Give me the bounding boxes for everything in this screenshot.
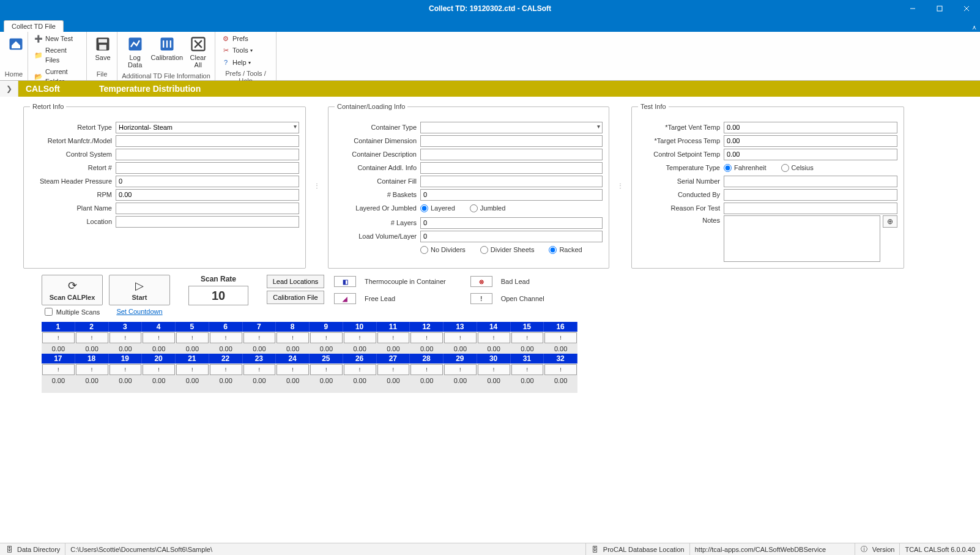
channel-button[interactable]: ! xyxy=(444,364,477,375)
channel-button[interactable]: ! xyxy=(310,364,343,375)
ribbon-group-home-label: Home xyxy=(2,69,25,79)
prefs-button[interactable]: ⚙Prefs xyxy=(218,33,256,45)
channel-button[interactable]: ! xyxy=(511,332,544,343)
channel-button[interactable]: ! xyxy=(42,364,75,375)
channel-button[interactable]: ! xyxy=(42,332,75,343)
target-process-temp-input[interactable] xyxy=(724,135,897,147)
container-fill-input[interactable] xyxy=(420,176,603,187)
channel-header: 3 xyxy=(109,322,143,332)
channel-button[interactable]: ! xyxy=(143,364,175,375)
channel-button[interactable]: ! xyxy=(478,332,510,343)
home-button[interactable] xyxy=(2,33,29,56)
maximize-button[interactable] xyxy=(926,0,953,17)
container-type-select[interactable] xyxy=(420,122,603,133)
scan-calplex-button[interactable]: ⟳ Scan CALPlex xyxy=(42,275,103,305)
save-button[interactable]: Save xyxy=(89,33,116,64)
channel-button[interactable]: ! xyxy=(478,364,510,375)
channel-button[interactable]: ! xyxy=(377,364,410,375)
channel-button[interactable]: ! xyxy=(544,364,577,375)
tools-button[interactable]: ✂Tools ▾ xyxy=(218,45,256,56)
channel-button[interactable]: ! xyxy=(176,332,209,343)
thermocouple-swatch: ◧ xyxy=(334,276,356,287)
fahrenheit-radio[interactable]: Fahrenheit xyxy=(724,164,770,172)
channel-button[interactable]: ! xyxy=(544,332,577,343)
start-button[interactable]: ▷ Start xyxy=(109,275,170,305)
channel-button[interactable]: ! xyxy=(243,332,276,343)
channel-button[interactable]: ! xyxy=(410,332,443,343)
ribbon: Home ➕New Test 📁Recent Files 📂Current Fo… xyxy=(0,32,980,81)
target-vent-temp-input[interactable] xyxy=(724,122,897,133)
scan-rate-value[interactable]: 10 xyxy=(188,286,248,305)
channel-header: 19 xyxy=(109,354,143,363)
channel-button[interactable]: ! xyxy=(210,332,242,343)
channel-button[interactable]: ! xyxy=(110,332,142,343)
channel-button[interactable]: ! xyxy=(410,364,443,375)
sidebar-toggle-button[interactable]: ❯ xyxy=(0,81,18,97)
panel-resize-grip[interactable]: ⋮ xyxy=(618,103,623,269)
channel-button[interactable]: ! xyxy=(243,364,276,375)
jumbled-radio[interactable]: Jumbled xyxy=(470,204,510,212)
calibration-button[interactable]: Calibration xyxy=(150,33,184,64)
tab-collect-td-file[interactable]: Collect TD File xyxy=(4,20,64,32)
channel-button[interactable]: ! xyxy=(176,364,209,375)
container-dimension-input[interactable] xyxy=(420,135,603,147)
container-description-input[interactable] xyxy=(420,149,603,160)
plant-name-input[interactable] xyxy=(116,203,299,214)
channel-header: 1 xyxy=(42,322,75,332)
channel-button[interactable]: ! xyxy=(511,364,544,375)
channel-button[interactable]: ! xyxy=(377,332,410,343)
no-dividers-radio[interactable]: No Dividers xyxy=(420,246,469,254)
divider-sheets-radio[interactable]: Divider Sheets xyxy=(480,246,538,254)
panel-resize-grip[interactable]: ⋮ xyxy=(314,103,319,269)
celsius-radio[interactable]: Celsius xyxy=(781,164,817,172)
help-button[interactable]: ?Help ▾ xyxy=(218,57,256,69)
serial-number-input[interactable] xyxy=(724,176,897,187)
calibration-file-button[interactable]: Calibration File xyxy=(267,291,324,304)
channel-button[interactable]: ! xyxy=(76,332,108,343)
channel-button[interactable]: ! xyxy=(444,332,477,343)
channel-button[interactable]: ! xyxy=(76,364,108,375)
layers-input[interactable] xyxy=(420,217,603,229)
channel-button[interactable]: ! xyxy=(344,364,376,375)
folder-icon: 📁 xyxy=(34,51,43,60)
channel-button[interactable]: ! xyxy=(344,332,376,343)
channel-button[interactable]: ! xyxy=(277,332,309,343)
retort-number-input[interactable] xyxy=(116,162,299,174)
add-note-button[interactable]: ⊕ xyxy=(883,215,897,228)
minimize-button[interactable] xyxy=(899,0,926,17)
channel-button[interactable]: ! xyxy=(110,364,142,375)
set-countdown-link[interactable]: Set Countdown xyxy=(116,308,162,315)
reason-for-test-input[interactable] xyxy=(724,203,897,214)
multiple-scans-checkbox[interactable] xyxy=(45,308,53,316)
steam-header-pressure-input[interactable] xyxy=(116,176,299,187)
notes-textarea[interactable] xyxy=(724,215,880,262)
channel-header: 21 xyxy=(176,354,209,363)
close-button[interactable] xyxy=(953,0,980,17)
channel-value: 0.00 xyxy=(75,376,109,386)
container-addl-input[interactable] xyxy=(420,162,603,174)
ribbon-collapse-icon[interactable]: ⋏ xyxy=(972,24,976,31)
lead-locations-button[interactable]: Lead Locations xyxy=(267,275,324,288)
rpm-input[interactable] xyxy=(116,189,299,201)
baskets-input[interactable] xyxy=(420,189,603,201)
channel-button[interactable]: ! xyxy=(210,364,242,375)
load-volume-input[interactable] xyxy=(420,231,603,242)
retort-manufacturer-input[interactable] xyxy=(116,135,299,147)
container-legend: Container/Loading Info xyxy=(335,103,407,110)
channel-value: 0.00 xyxy=(544,344,577,354)
channel-button[interactable]: ! xyxy=(143,332,175,343)
log-data-button[interactable]: Log Data xyxy=(120,33,150,71)
channel-value: 0.00 xyxy=(243,344,277,354)
control-system-input[interactable] xyxy=(116,149,299,160)
recent-files-button[interactable]: 📁Recent Files xyxy=(31,45,84,66)
location-input[interactable] xyxy=(116,216,299,228)
channel-button[interactable]: ! xyxy=(310,332,343,343)
retort-type-select[interactable]: Horizontal- Steam xyxy=(116,122,299,133)
control-setpoint-input[interactable] xyxy=(724,149,897,160)
channel-button[interactable]: ! xyxy=(277,364,309,375)
conducted-by-input[interactable] xyxy=(724,189,897,201)
racked-radio[interactable]: Racked xyxy=(549,246,585,254)
clear-all-button[interactable]: Clear All xyxy=(184,33,212,71)
new-test-button[interactable]: ➕New Test xyxy=(31,33,84,45)
layered-radio[interactable]: Layered xyxy=(420,204,459,212)
